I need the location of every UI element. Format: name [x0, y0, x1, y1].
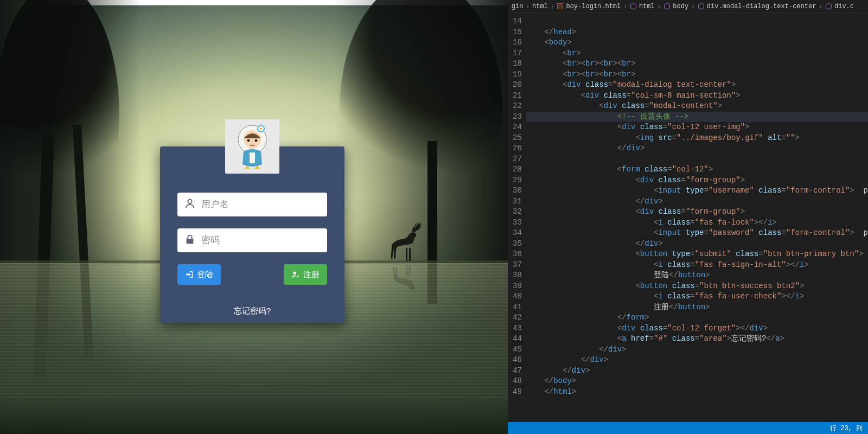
forgot-password: 忘记密码? — [160, 306, 344, 316]
cursor-position: 行 23, 列 — [830, 424, 863, 433]
code-area[interactable]: 1415161718192021222324252627282930313233… — [508, 13, 868, 422]
svg-point-9 — [260, 127, 262, 130]
svg-rect-1 — [409, 248, 411, 261]
svg-rect-3 — [409, 265, 410, 277]
breadcrumb[interactable]: gin› html› boy-login.html› html› body› d… — [508, 0, 868, 13]
login-button-label: 登陆 — [197, 270, 213, 280]
code-editor: gin› html› boy-login.html› html› body› d… — [508, 0, 868, 434]
status-bar[interactable]: 行 23, 列 — [508, 422, 868, 434]
avatar — [225, 119, 279, 174]
password-input[interactable] — [201, 235, 321, 246]
deer-silhouette — [391, 220, 424, 263]
browser-preview: 登陆 注册 忘记密码? — [0, 0, 508, 434]
svg-rect-10 — [250, 152, 255, 163]
username-field-wrap[interactable] — [177, 193, 327, 216]
svg-rect-2 — [406, 265, 407, 277]
password-field-wrap[interactable] — [177, 228, 327, 252]
forgot-password-link[interactable]: 忘记密码? — [234, 306, 271, 315]
svg-point-11 — [188, 200, 192, 203]
line-gutter: 1415161718192021222324252627282930313233… — [508, 13, 526, 422]
user-icon — [184, 197, 196, 212]
login-modal: 登陆 注册 忘记密码? — [160, 146, 344, 323]
user-check-icon — [291, 270, 300, 279]
code-text[interactable]: </head> <body> <br> <br><br><br><br> <br… — [526, 13, 868, 422]
lock-icon — [184, 233, 196, 247]
register-button-label: 注册 — [303, 270, 320, 280]
svg-rect-0 — [406, 248, 407, 261]
register-button[interactable]: 注册 — [284, 264, 327, 285]
sign-in-icon — [185, 270, 194, 279]
svg-point-13 — [293, 272, 296, 275]
svg-rect-12 — [187, 239, 194, 244]
username-input[interactable] — [201, 199, 321, 210]
svg-point-7 — [255, 139, 258, 142]
login-button[interactable]: 登陆 — [177, 264, 221, 285]
svg-point-6 — [247, 139, 250, 142]
